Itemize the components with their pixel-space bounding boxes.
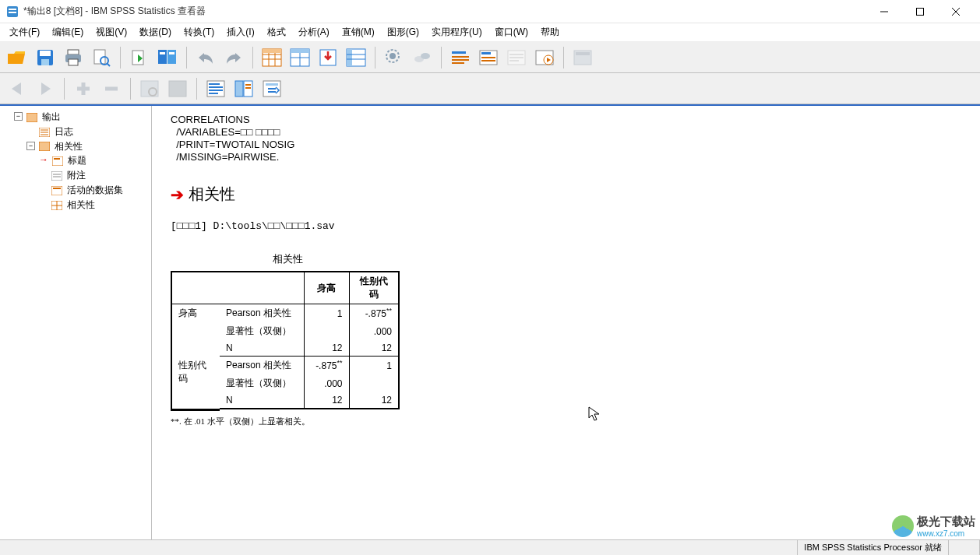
insert-heading-icon[interactable] bbox=[448, 45, 473, 70]
promote-icon bbox=[71, 76, 96, 101]
svg-rect-85 bbox=[53, 188, 61, 189]
outline-notes[interactable]: 附注 bbox=[67, 170, 86, 181]
svg-rect-81 bbox=[51, 171, 62, 181]
svg-rect-49 bbox=[509, 54, 523, 55]
goto-variable-icon[interactable] bbox=[287, 45, 312, 70]
svg-rect-2 bbox=[9, 12, 16, 13]
svg-rect-40 bbox=[452, 51, 466, 54]
select-icon[interactable] bbox=[382, 45, 407, 70]
run-script-icon[interactable] bbox=[532, 45, 557, 70]
insert-title-icon[interactable] bbox=[476, 45, 501, 70]
menu-data[interactable]: 数据(D) bbox=[133, 23, 178, 41]
menu-format[interactable]: 格式 bbox=[261, 23, 292, 41]
cell bbox=[304, 322, 349, 340]
svg-rect-20 bbox=[169, 52, 174, 54]
outline-group[interactable]: 相关性 bbox=[55, 140, 83, 151]
save-icon[interactable] bbox=[33, 45, 58, 70]
forward-icon bbox=[33, 76, 58, 101]
cell: 12 bbox=[304, 392, 349, 409]
cell: .000 bbox=[304, 374, 349, 392]
expand-icon bbox=[137, 76, 162, 101]
table-footnote: **. 在 .01 水平（双侧）上显著相关。 bbox=[171, 416, 961, 427]
variables-icon[interactable] bbox=[344, 45, 368, 70]
outline-pane[interactable]: − 输出 日志 − 相关性 → bbox=[0, 106, 152, 539]
outline-log[interactable]: 日志 bbox=[55, 126, 73, 137]
output-icon bbox=[26, 112, 37, 121]
menu-analyze[interactable]: 分析(A) bbox=[292, 23, 336, 41]
svg-rect-47 bbox=[481, 60, 495, 61]
toolbar-nav bbox=[0, 73, 980, 104]
toolbar-main bbox=[0, 42, 980, 73]
correlation-table-wrap: 相关性 身高 性别代码 身高 Pearson 相关性 1 -.875** 显著性… bbox=[171, 252, 961, 427]
svg-rect-65 bbox=[209, 90, 223, 91]
arrow-icon: ➔ bbox=[171, 185, 184, 204]
open-icon[interactable] bbox=[5, 45, 30, 70]
svg-rect-73 bbox=[26, 113, 37, 122]
recall-dialog-icon[interactable] bbox=[155, 45, 180, 70]
svg-rect-50 bbox=[509, 57, 523, 58]
svg-rect-63 bbox=[209, 83, 220, 85]
menu-utilities[interactable]: 实用程序(U) bbox=[425, 23, 488, 41]
menu-edit[interactable]: 编辑(E) bbox=[46, 23, 90, 41]
stat-label: 显著性（双侧） bbox=[220, 322, 304, 340]
content-pane[interactable]: CORRELATIONS /VARIABLES=□□ □□□□ /PRINT=T… bbox=[152, 106, 980, 539]
menu-insert[interactable]: 插入(I) bbox=[220, 23, 260, 41]
menu-transform[interactable]: 转换(T) bbox=[178, 23, 220, 41]
svg-rect-66 bbox=[209, 93, 218, 94]
svg-rect-70 bbox=[245, 87, 251, 89]
cell: 12 bbox=[349, 392, 399, 409]
svg-rect-67 bbox=[235, 81, 243, 97]
svg-rect-51 bbox=[509, 60, 519, 61]
menubar: 文件(F) 编辑(E) 视图(V) 数据(D) 转换(T) 插入(I) 格式 分… bbox=[0, 23, 980, 42]
close-button[interactable] bbox=[938, 0, 974, 23]
menu-directmkt[interactable]: 直销(M) bbox=[336, 23, 381, 41]
undo-icon[interactable] bbox=[193, 45, 218, 70]
section-heading: ➔ 相关性 bbox=[171, 184, 961, 205]
col-header: 性别代码 bbox=[349, 272, 399, 304]
menu-window[interactable]: 窗口(W) bbox=[488, 23, 534, 41]
svg-rect-61 bbox=[169, 81, 186, 97]
minimize-button[interactable] bbox=[866, 0, 902, 23]
svg-rect-42 bbox=[452, 59, 469, 61]
print-icon[interactable] bbox=[61, 45, 86, 70]
redo-icon[interactable] bbox=[221, 45, 246, 70]
svg-rect-45 bbox=[481, 52, 491, 54]
correlation-table[interactable]: 身高 性别代码 身高 Pearson 相关性 1 -.875** 显著性（双侧）… bbox=[171, 271, 400, 409]
dataset-line: [□□□1] D:\tools\□□\□□□1.sav bbox=[171, 220, 961, 232]
body: − 输出 日志 − 相关性 → bbox=[0, 104, 980, 539]
back-icon bbox=[5, 76, 30, 101]
outline-title[interactable]: 标题 bbox=[68, 155, 86, 166]
weight-icon bbox=[410, 45, 435, 70]
menu-view[interactable]: 视图(V) bbox=[90, 23, 133, 41]
svg-rect-46 bbox=[481, 57, 495, 58]
svg-rect-10 bbox=[68, 50, 79, 54]
page-setup-icon[interactable] bbox=[259, 76, 284, 101]
svg-point-39 bbox=[421, 53, 430, 59]
cell: .000 bbox=[349, 322, 399, 340]
export-icon[interactable] bbox=[127, 45, 152, 70]
svg-rect-84 bbox=[51, 186, 62, 195]
twisty-icon[interactable]: − bbox=[26, 142, 35, 150]
outline-activedata[interactable]: 活动的数据集 bbox=[67, 184, 123, 195]
outline-root[interactable]: 输出 bbox=[42, 111, 61, 122]
show-hide-icon[interactable] bbox=[203, 76, 228, 101]
print-preview-icon[interactable] bbox=[89, 45, 114, 70]
stat-label: Pearson 相关性 bbox=[220, 304, 304, 323]
status-empty bbox=[949, 540, 980, 555]
section-title: 相关性 bbox=[189, 184, 235, 205]
maximize-button[interactable] bbox=[902, 0, 938, 23]
row-label: 性别代码 bbox=[171, 357, 220, 409]
outline-table[interactable]: 相关性 bbox=[67, 199, 95, 210]
outline-icon[interactable] bbox=[231, 76, 256, 101]
menu-file[interactable]: 文件(F) bbox=[3, 23, 46, 41]
svg-rect-41 bbox=[452, 56, 469, 58]
menu-help[interactable]: 帮助 bbox=[534, 23, 566, 41]
svg-line-15 bbox=[107, 63, 110, 66]
menu-graphs[interactable]: 图形(G) bbox=[381, 23, 425, 41]
svg-rect-9 bbox=[41, 59, 49, 65]
twisty-icon[interactable]: − bbox=[14, 112, 23, 121]
goto-case-icon[interactable] bbox=[316, 45, 340, 70]
app-icon bbox=[6, 5, 19, 18]
svg-rect-72 bbox=[266, 83, 278, 86]
goto-data-icon[interactable] bbox=[259, 45, 284, 70]
